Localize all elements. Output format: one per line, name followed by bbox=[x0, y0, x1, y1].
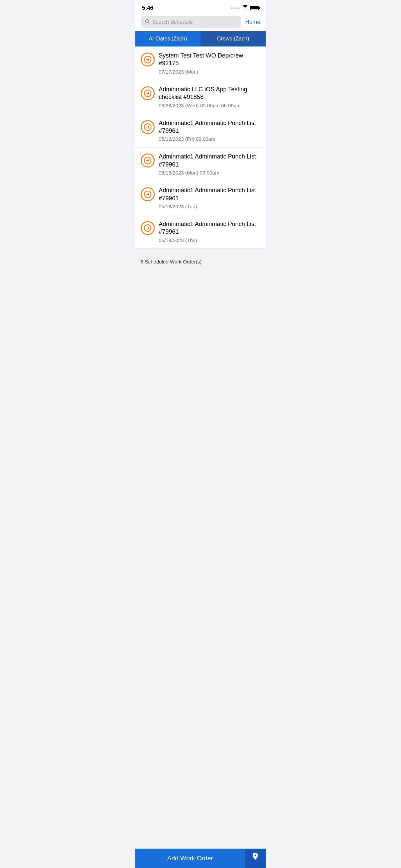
work-order-info: Adminmatic1 Adminmatic Punch List #79961… bbox=[159, 187, 260, 209]
work-order-info: Adminmatic LLC iOS App Testing checklist… bbox=[159, 86, 260, 108]
arrow-circle-icon bbox=[141, 153, 155, 167]
work-order-info: Adminmatic1 Adminmatic Punch List #79961… bbox=[159, 119, 260, 142]
work-order-title: Adminmatic1 Adminmatic Punch List #79961 bbox=[159, 220, 260, 236]
work-order-item[interactable]: Adminmatic1 Adminmatic Punch List #79961… bbox=[135, 148, 266, 181]
arrow-circle-icon bbox=[141, 120, 155, 134]
work-order-list: System Test Test WO Dep/crew #92175 07/1… bbox=[135, 46, 266, 249]
work-order-date: 07/17/2023 (Mon) bbox=[159, 69, 260, 74]
work-order-item[interactable]: Adminmatic1 Adminmatic Punch List #79961… bbox=[135, 114, 266, 148]
tab-bar: All Dates (Zach) Crews (Zach) bbox=[135, 31, 266, 46]
work-order-title: Adminmatic1 Adminmatic Punch List #79961 bbox=[159, 187, 260, 202]
status-time: 5:46 bbox=[142, 5, 154, 11]
work-order-date: 05/16/2023 (Tue) bbox=[159, 204, 260, 209]
work-order-info: Adminmatic1 Adminmatic Punch List #79961… bbox=[159, 220, 260, 243]
work-order-title: Adminmatic LLC iOS App Testing checklist… bbox=[159, 86, 260, 101]
search-input-wrapper[interactable]: Search Schedule bbox=[141, 16, 241, 28]
signal-icon bbox=[231, 7, 240, 9]
work-order-title: System Test Test WO Dep/crew #92175 bbox=[159, 52, 260, 67]
search-placeholder-text: Search Schedule bbox=[152, 19, 193, 25]
work-order-item[interactable]: Adminmatic1 Adminmatic Punch List #79961… bbox=[135, 215, 266, 249]
arrow-circle-icon bbox=[141, 221, 155, 235]
search-bar: Search Schedule Home bbox=[135, 13, 266, 31]
tab-crews[interactable]: Crews (Zach) bbox=[201, 31, 266, 46]
wifi-icon bbox=[242, 5, 248, 11]
work-order-date: 06/28/2023 (Wed) 02:00pm 06:00pm bbox=[159, 103, 260, 108]
status-bar: 5:46 bbox=[135, 0, 266, 13]
work-order-item[interactable]: Adminmatic1 Adminmatic Punch List #79961… bbox=[135, 181, 266, 215]
work-order-info: System Test Test WO Dep/crew #92175 07/1… bbox=[159, 52, 260, 74]
search-icon bbox=[145, 19, 150, 25]
arrow-circle-icon bbox=[141, 53, 155, 66]
tab-all-dates[interactable]: All Dates (Zach) bbox=[135, 31, 201, 46]
footer-area: 6 Scheduled Work Order(s) bbox=[135, 249, 266, 270]
home-link[interactable]: Home bbox=[245, 19, 260, 25]
work-order-info: Adminmatic1 Adminmatic Punch List #79961… bbox=[159, 153, 260, 176]
work-order-title: Adminmatic1 Adminmatic Punch List #79961 bbox=[159, 119, 260, 135]
work-order-date: 05/12/2023 (Fri) 09:00am bbox=[159, 136, 260, 142]
status-icons bbox=[231, 5, 259, 11]
arrow-circle-icon bbox=[141, 187, 155, 201]
work-order-item[interactable]: System Test Test WO Dep/crew #92175 07/1… bbox=[135, 46, 266, 80]
arrow-circle-icon bbox=[141, 86, 155, 100]
work-order-title: Adminmatic1 Adminmatic Punch List #79961 bbox=[159, 153, 260, 168]
scheduled-count: 6 Scheduled Work Order(s) bbox=[141, 255, 260, 267]
battery-icon bbox=[250, 6, 259, 10]
work-order-date: 05/18/2023 (Thu) bbox=[159, 238, 260, 243]
svg-line-1 bbox=[148, 22, 150, 24]
work-order-date: 05/15/2023 (Mon) 09:00am bbox=[159, 170, 260, 176]
work-order-item[interactable]: Adminmatic LLC iOS App Testing checklist… bbox=[135, 80, 266, 114]
